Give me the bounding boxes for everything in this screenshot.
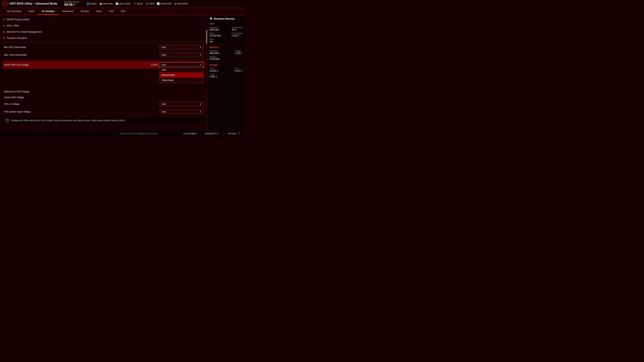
setting-row-actual-vrm: Actual VRM Core Voltage 1.332V Auto ▼ Au… (3, 61, 204, 69)
dropdown-cpu-system-agent[interactable]: Auto ▼ (160, 109, 203, 114)
dropdown-option-manual[interactable]: Manual Mode (160, 72, 203, 78)
nav-ai-tweaker[interactable]: Ai Tweaker (38, 8, 58, 14)
dropdown-option-auto[interactable]: Auto (160, 67, 203, 72)
svg-text:ROG: ROG (3, 3, 7, 5)
nav-main[interactable]: Main (25, 8, 38, 14)
setting-row-max-cpu-cache: Max. CPU Cache Ratio Auto ▼ (3, 51, 204, 59)
search-icon: ❓ (133, 2, 136, 5)
dropdown-option-offset[interactable]: Offset Mode (160, 78, 203, 83)
hw-col-mem-voltage: Voltage 1.120 V (234, 50, 242, 54)
tool-qfan[interactable]: 🔄 Qfan Control (116, 2, 130, 5)
expand-icon-tweakers: ▶ (3, 37, 5, 39)
content-area: ▶ DRAM Timing Control ▶ DIGI+ VRM ▶ Inte… (0, 15, 207, 130)
dropdown-arrow-min-cpu: ▼ (200, 46, 202, 48)
hw-row-cpu-3: Ratio 49x (210, 38, 242, 43)
globe-icon: 🌐 (86, 2, 90, 5)
dropdown-max-cpu-cache[interactable]: Auto ▼ (160, 53, 203, 57)
footer-version: Version 2.21.1278 Copyright (C) 2022 AMI (94, 132, 184, 135)
memtest-icon: 🖥 (174, 2, 176, 5)
expand-icon-cpu: ▶ (3, 31, 5, 33)
app-title: UEFI BIOS Utility – Advanced Mode (10, 2, 57, 5)
tool-myfavorite[interactable]: ⭐ MyFavorite (99, 2, 113, 5)
tool-memtest[interactable]: 🖥 MemTest86 (174, 2, 188, 5)
hw-col-mem-capacity: Capacity 32768 MB (210, 56, 219, 60)
hw-row-mem-2: Capacity 32768 MB (210, 56, 242, 60)
hw-col-bclk: BCLK 100.00 MHz (210, 32, 221, 37)
section-digi-vrm[interactable]: ▶ DIGI+ VRM (3, 23, 204, 29)
datetime-block: 08/22/2022 Monday 09:56 ⚙ (64, 1, 79, 6)
footer: Version 2.21.1278 Copyright (C) 2022 AMI… (0, 130, 244, 137)
fan-icon: 🔄 (116, 2, 118, 5)
tool-resizebar[interactable]: 📊 ReSize BAR (157, 2, 172, 5)
setting-row-cpu-l2: CPU L2 Voltage Auto ▼ (3, 100, 204, 108)
hw-divider-1 (210, 44, 242, 44)
hw-row-cpu-1: Frequency 4900 MHz Temperature 45°C (210, 26, 242, 31)
nav-exit[interactable]: Exit (118, 8, 129, 14)
scrollbar[interactable] (206, 30, 207, 137)
dropdown-arrow-cpu-l2: ▼ (200, 103, 202, 105)
navbar: My Favorites Main Ai Tweaker Advanced Mo… (0, 7, 244, 15)
header-tools: 🌐 English ⭐ MyFavorite 🔄 Qfan Control ❓ … (86, 2, 188, 5)
hw-col-5v: +5V 5.160 V (234, 67, 242, 72)
dropdown-arrow-max-cpu: ▼ (200, 54, 202, 56)
setting-row-cache-svid: Cache SVID Voltage (3, 94, 204, 100)
ez-mode-icon: ↵ (218, 132, 219, 135)
header-divider-2 (82, 1, 82, 6)
main-layout: ▶ DRAM Timing Control ▶ DIGI+ VRM ▶ Inte… (0, 15, 244, 130)
separator-2 (3, 60, 204, 60)
dropdown-min-cpu-cache[interactable]: Auto ▼ (160, 45, 203, 49)
settings-small-icon[interactable]: ⚙ (74, 3, 75, 5)
hw-col-mem-freq: Frequency 4800 MHz (210, 50, 219, 54)
header: ROG UEFI BIOS Utility – Advanced Mode 08… (0, 0, 244, 7)
hw-section-cpu: CPU (210, 22, 242, 25)
footer-actions: Last Modified EzMode(F7) ↵ Hot Keys ❓ (183, 132, 240, 135)
tool-english[interactable]: 🌐 English (86, 2, 96, 5)
section-dram-timing[interactable]: ▶ DRAM Timing Control (3, 16, 204, 23)
dropdown-actual-vrm[interactable]: Auto ▼ (160, 62, 203, 67)
star-icon: ⭐ (99, 2, 102, 5)
setting-row-min-cpu-cache: Min. CPU Cache Ratio Auto ▼ (3, 43, 204, 51)
dropdown-cpu-l2[interactable]: Auto ▼ (160, 102, 203, 106)
resize-icon: 📊 (157, 2, 160, 5)
nav-boot[interactable]: Boot (93, 8, 105, 14)
nav-monitor[interactable]: Monitor (77, 8, 93, 14)
dropdown-arrow-system-agent: ▼ (200, 111, 202, 113)
section-internal-cpu[interactable]: ▶ Internal CPU Power Management (3, 29, 204, 35)
hw-col-12v: +12V 12.000 V (210, 67, 218, 72)
logo-area: ROG UEFI BIOS Utility – Advanced Mode (2, 1, 57, 7)
rog-logo: ROG (2, 1, 8, 7)
hw-row-volt-1: +12V 12.000 V +5V 5.160 V (210, 67, 242, 72)
ez-mode-btn[interactable]: EzMode(F7) ↵ (204, 132, 220, 135)
hw-monitor-title: 🖥 Hardware Monitor (210, 17, 242, 20)
section-tweakers-paradise[interactable]: ▶ Tweaker's Paradise (3, 35, 204, 41)
hotkeys-icon: ❓ (238, 132, 240, 135)
hw-row-cpu-2: BCLK 100.00 MHz Core Voltage 1.332 V (210, 32, 242, 37)
hw-col-33v: +3.3V 3.360 V (210, 73, 217, 78)
nav-tool[interactable]: Tool (105, 8, 118, 14)
tool-search[interactable]: ❓ Search (133, 2, 143, 5)
hw-col-frequency: Frequency 4900 MHz (210, 26, 219, 31)
hot-keys-btn[interactable]: Hot Keys ❓ (228, 132, 240, 135)
hw-row-volt-2: +3.3V 3.360 V (210, 73, 242, 78)
tool-aura[interactable]: ⚙ AURA (146, 2, 154, 5)
setting-row-cpu-system-agent: CPU System Agent Voltage Auto ▼ (3, 108, 204, 116)
hw-row-mem-1: Frequency 4800 MHz Voltage 1.120 V (210, 50, 242, 54)
hw-col-temperature: Temperature 45°C (232, 26, 242, 31)
monitor-icon: 🖥 (210, 17, 212, 20)
scrollbar-thumb[interactable] (206, 30, 207, 43)
dropdown-arrow-vrm: ▼ (200, 64, 202, 66)
expand-icon-dram: ▶ (3, 18, 5, 21)
hw-section-memory: Memory (210, 46, 242, 49)
hw-monitor-panel: 🖥 Hardware Monitor CPU Frequency 4900 MH… (207, 15, 244, 130)
dropdown-container-vrm: Auto ▼ Auto Manual Mode Offset Mode (160, 62, 203, 67)
info-bar: i Configure the VRM output rail for Core… (3, 117, 204, 124)
hw-col-core-voltage: Core Voltage 1.332 V (232, 32, 242, 37)
separator-1 (3, 42, 204, 42)
hw-section-voltage: Voltage (210, 63, 242, 66)
last-modified-btn[interactable]: Last Modified (183, 132, 196, 135)
setting-row-global-svid: Global Core SVID Voltage (3, 89, 204, 94)
expand-icon-digi: ▶ (3, 24, 5, 27)
hw-divider-2 (210, 62, 242, 62)
nav-advanced[interactable]: Advanced (58, 8, 77, 14)
nav-my-favorites[interactable]: My Favorites (3, 8, 25, 14)
